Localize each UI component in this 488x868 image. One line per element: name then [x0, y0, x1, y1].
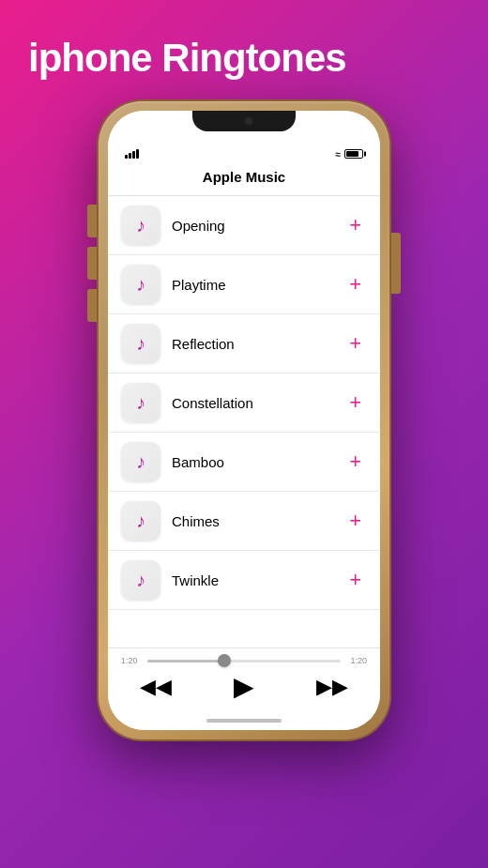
song-list: ♪ Opening + ♪ Playtime + ♪ Reflection + — [108, 196, 380, 647]
battery-icon — [344, 149, 363, 159]
battery-fill — [346, 151, 358, 157]
time-current: 1:20 — [121, 656, 142, 665]
add-button[interactable]: + — [343, 329, 367, 358]
list-item[interactable]: ♪ Opening + — [108, 196, 380, 255]
add-button[interactable]: + — [343, 566, 367, 594]
list-item[interactable]: ♪ Playtime + — [108, 255, 380, 314]
home-bar — [206, 719, 282, 723]
song-icon: ♪ — [121, 383, 160, 422]
music-note-icon: ♪ — [136, 510, 145, 532]
phone-shell: ≈ Apple Music ♪ Opening + ♪ — [99, 101, 389, 739]
song-name: Constellation — [172, 395, 343, 411]
wifi-icon: ≈ — [336, 149, 342, 160]
music-note-icon: ♪ — [136, 215, 145, 236]
notch-area — [108, 111, 380, 145]
song-name: Bamboo — [172, 454, 343, 470]
song-icon: ♪ — [121, 442, 160, 481]
music-note-icon: ♪ — [136, 333, 145, 355]
list-item[interactable]: ♪ Chimes + — [108, 492, 380, 551]
progress-fill — [147, 660, 224, 662]
song-name: Playtime — [172, 277, 343, 293]
app-header: Apple Music — [108, 163, 380, 196]
music-note-icon: ♪ — [136, 570, 145, 591]
add-button[interactable]: + — [343, 448, 367, 476]
song-name: Chimes — [172, 513, 343, 529]
song-icon: ♪ — [121, 324, 160, 363]
phone-screen: ≈ Apple Music ♪ Opening + ♪ — [108, 111, 380, 730]
signal-icon — [125, 149, 139, 159]
play-button[interactable]: ▶ — [234, 671, 254, 702]
add-button[interactable]: + — [343, 507, 367, 535]
page-title: iphone Ringtones — [28, 36, 346, 81]
notch-camera — [245, 117, 252, 125]
notch — [192, 111, 296, 131]
list-item[interactable]: ♪ Twinkle + — [108, 551, 380, 610]
add-button[interactable]: + — [343, 388, 367, 417]
song-icon: ♪ — [121, 206, 160, 245]
time-total: 1:20 — [346, 656, 367, 665]
add-button[interactable]: + — [343, 270, 367, 298]
song-name: Reflection — [172, 336, 343, 352]
status-bar: ≈ — [108, 145, 380, 163]
list-item[interactable]: ♪ Constellation + — [108, 373, 380, 433]
song-icon: ♪ — [121, 501, 160, 541]
progress-thumb[interactable] — [218, 654, 231, 667]
song-name: Opening — [172, 218, 343, 234]
home-indicator — [108, 713, 380, 730]
music-note-icon: ♪ — [136, 274, 145, 296]
music-note-icon: ♪ — [136, 451, 145, 473]
app-header-title: Apple Music — [203, 169, 285, 185]
status-icons: ≈ — [336, 149, 364, 160]
music-note-icon: ♪ — [136, 392, 145, 414]
player-area: 1:20 1:20 ◀◀ ▶ ▶▶ — [108, 647, 380, 713]
rewind-button[interactable]: ◀◀ — [140, 675, 172, 699]
song-icon: ♪ — [121, 265, 160, 304]
player-controls: ◀◀ ▶ ▶▶ — [121, 671, 367, 702]
list-item[interactable]: ♪ Bamboo + — [108, 433, 380, 492]
progress-container: 1:20 1:20 — [121, 656, 367, 665]
song-icon: ♪ — [121, 560, 160, 600]
progress-bar[interactable] — [147, 660, 341, 662]
fast-forward-button[interactable]: ▶▶ — [316, 675, 348, 699]
song-name: Twinkle — [172, 572, 343, 588]
list-item[interactable]: ♪ Reflection + — [108, 314, 380, 373]
add-button[interactable]: + — [343, 211, 367, 239]
